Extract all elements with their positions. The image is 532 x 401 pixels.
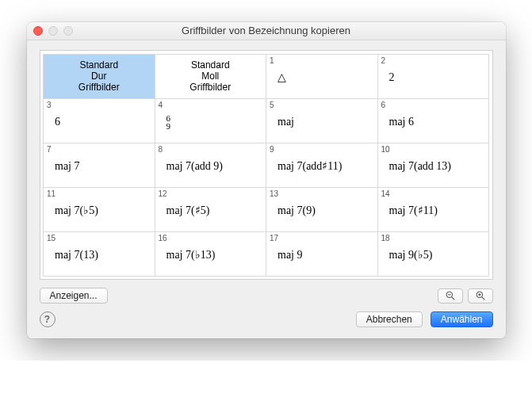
grid-cell[interactable]: 5maj [266, 98, 378, 143]
window-title: Griffbilder von Bezeichnung kopieren [182, 25, 350, 36]
cell-number: 12 [159, 189, 167, 198]
cell-label: maj 7(add♯11) [277, 159, 343, 173]
cell-label: maj 7(add 9) [166, 160, 224, 173]
grid-cell[interactable]: 22 [377, 54, 490, 99]
cell-number: 7 [47, 145, 52, 154]
grid-cell[interactable]: 14maj 7(♯11) [377, 187, 490, 232]
dialog-footer: ? Abbrechen Anwählen [40, 311, 493, 327]
cell-number: 5 [270, 101, 274, 109]
zoom-in-icon [475, 290, 486, 301]
grid-cell[interactable]: 46 9 [155, 98, 267, 143]
cell-number: 3 [47, 101, 52, 109]
grid-cell[interactable]: Standard Moll Griffbilder [155, 54, 267, 99]
zoom-in-button[interactable] [468, 288, 493, 304]
grid-cell[interactable]: 15maj 7(13) [43, 231, 155, 277]
grid-cell[interactable]: 36 [43, 98, 155, 143]
cell-number: 14 [381, 189, 390, 198]
help-button[interactable]: ? [40, 311, 55, 327]
close-icon[interactable] [33, 26, 43, 36]
cell-label: maj 7(♭13) [166, 248, 216, 262]
grid-cell[interactable]: 12maj 7(♯5) [155, 187, 267, 232]
cell-label: maj 6 [389, 116, 415, 128]
grid-cell[interactable]: 9maj 7(add♯11) [266, 143, 378, 188]
cell-label: 6 9 [166, 114, 171, 130]
cell-label: maj 7(♭5) [55, 204, 98, 217]
cell-label: maj 7(♯5) [166, 204, 210, 217]
show-button[interactable]: Anzeigen... [40, 288, 108, 304]
footer-buttons: Abbrechen Anwählen [356, 311, 493, 327]
cell-label: maj 7(13) [55, 249, 98, 262]
cell-label: maj 7 [55, 160, 80, 173]
grid-cell[interactable]: 11maj 7(♭5) [43, 187, 155, 232]
grid-container: Standard Dur GriffbilderStandard Moll Gr… [40, 50, 493, 280]
cell-number: 16 [159, 234, 167, 243]
cell-label: Standard Moll Griffbilder [155, 59, 266, 93]
cell-number: 6 [381, 101, 386, 109]
cell-label: maj [277, 116, 294, 128]
cell-number: 10 [381, 145, 390, 154]
grid-cell[interactable]: 10maj 7(add 13) [377, 143, 490, 188]
cancel-button[interactable]: Abbrechen [356, 311, 423, 327]
cell-number: 13 [270, 189, 278, 198]
grid-cell[interactable]: 17maj 9 [266, 231, 378, 277]
grid-cell[interactable]: 18maj 9(♭5) [377, 231, 490, 277]
zoom-group [438, 288, 493, 304]
cell-label: 2 [389, 71, 395, 84]
cell-number: 4 [159, 101, 163, 109]
cell-number: 1 [270, 56, 274, 65]
dialog-window: Griffbilder von Bezeichnung kopieren Sta… [27, 22, 506, 338]
cell-label: maj 7(add 13) [389, 160, 452, 173]
zoom-out-button[interactable] [438, 288, 463, 304]
svg-line-4 [481, 296, 484, 300]
cell-label: maj 9(♭5) [389, 248, 433, 262]
grid-cell[interactable]: 6maj 6 [377, 98, 490, 143]
cell-number: 8 [159, 145, 163, 154]
svg-line-1 [451, 296, 454, 300]
grid-cell[interactable]: 13maj 7(9) [266, 187, 378, 232]
mid-controls: Anzeigen... [40, 288, 493, 304]
cell-label: 6 [55, 116, 60, 128]
cell-number: 17 [270, 234, 278, 243]
chord-grid: Standard Dur GriffbilderStandard Moll Gr… [44, 54, 489, 276]
cell-label: maj 7(9) [277, 204, 316, 217]
titlebar: Griffbilder von Bezeichnung kopieren [27, 22, 506, 40]
grid-cell[interactable]: 7maj 7 [43, 143, 155, 188]
dialog-content: Standard Dur GriffbilderStandard Moll Gr… [27, 40, 506, 338]
cell-number: 9 [270, 145, 274, 154]
grid-cell[interactable]: 16maj 7(♭13) [155, 231, 267, 277]
cell-number: 11 [47, 189, 55, 198]
zoom-icon [63, 26, 73, 36]
cell-label: maj 9 [277, 249, 303, 262]
grid-cell[interactable]: 8maj 7(add 9) [155, 143, 267, 188]
cell-label: maj 7(♯11) [389, 204, 438, 217]
minimize-icon [48, 26, 58, 36]
zoom-out-icon [445, 290, 456, 301]
cell-label: Standard Dur Griffbilder [44, 59, 155, 93]
grid-cell[interactable]: Standard Dur Griffbilder [43, 54, 155, 99]
cell-label: △ [277, 71, 286, 84]
grid-cell[interactable]: 1△ [266, 54, 378, 99]
window-controls [33, 26, 73, 36]
select-button[interactable]: Anwählen [431, 311, 493, 327]
cell-number: 18 [381, 234, 390, 243]
cell-number: 15 [47, 234, 55, 243]
cell-number: 2 [381, 56, 386, 65]
